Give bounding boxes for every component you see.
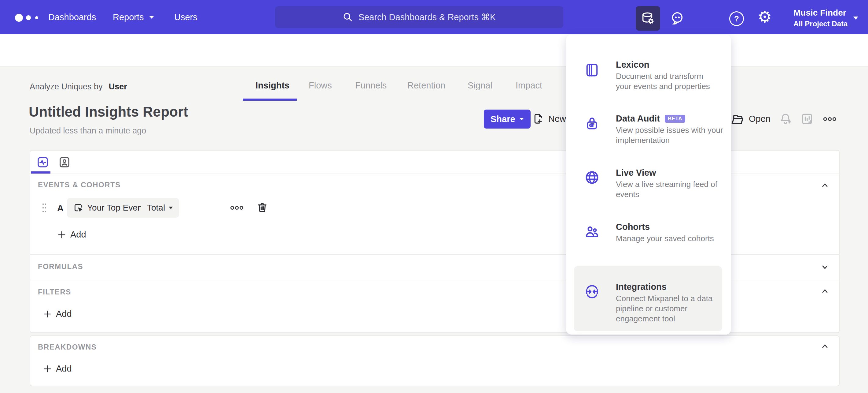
add-breakdown-label: Add bbox=[56, 364, 72, 374]
updated-status: Updated less than a minute ago bbox=[30, 126, 146, 136]
nav-item-users[interactable]: Users bbox=[174, 12, 197, 22]
open-button[interactable]: Open bbox=[749, 114, 771, 124]
tab-insights[interactable]: Insights bbox=[255, 80, 289, 91]
events-tab-icon[interactable] bbox=[37, 156, 49, 168]
new-report-icon[interactable] bbox=[532, 113, 545, 125]
people-icon bbox=[584, 224, 600, 240]
row-more-options-icon[interactable] bbox=[230, 204, 244, 212]
metric-dropdown[interactable]: Total bbox=[141, 198, 179, 218]
new-button[interactable]: New bbox=[548, 114, 566, 124]
menu-item-desc: View a live streaming feed of events bbox=[616, 179, 717, 200]
live-view-icon bbox=[581, 170, 603, 186]
add-breakdown-button[interactable]: Add bbox=[43, 364, 72, 374]
expand-formulas-chevron-down-icon[interactable] bbox=[820, 262, 829, 271]
lock-icon bbox=[584, 115, 600, 131]
filters-section-label: FILTERS bbox=[38, 288, 71, 296]
add-event-button[interactable]: Add bbox=[57, 229, 86, 240]
question-mark-icon: ? bbox=[729, 11, 744, 26]
help-button[interactable]: ? bbox=[729, 11, 744, 26]
desc-line: View possible issues with your bbox=[616, 125, 723, 135]
book-icon bbox=[584, 62, 600, 78]
sync-arrows-icon bbox=[584, 284, 600, 300]
search-input[interactable]: Search Dashboards & Reports ⌘K bbox=[275, 6, 563, 28]
apps-grid-button[interactable] bbox=[701, 11, 714, 25]
breadcrumb-prefix: Analyze Uniques by bbox=[30, 82, 103, 91]
top-nav: Dashboards Reports Users Search Dashboar… bbox=[0, 0, 868, 34]
collapse-events-chevron-up-icon[interactable] bbox=[820, 181, 829, 190]
delete-row-trash-icon[interactable] bbox=[256, 201, 268, 214]
globe-icon bbox=[584, 170, 600, 186]
menu-item-title: Lexicon bbox=[616, 60, 649, 70]
metric-value: Total bbox=[147, 203, 165, 213]
active-builder-tab-underline bbox=[31, 171, 51, 173]
drag-handle-icon[interactable] bbox=[42, 202, 47, 214]
add-to-board-icon[interactable] bbox=[801, 112, 814, 125]
more-options-icon[interactable] bbox=[823, 115, 837, 123]
event-name: Your Top Events bbox=[87, 203, 149, 213]
menu-item-desc: Connect Mixpanel to a data pipeline or c… bbox=[616, 293, 713, 324]
chevron-down-icon bbox=[149, 16, 154, 19]
menu-item-desc: Manage your saved cohorts bbox=[616, 233, 714, 244]
tab-impact[interactable]: Impact bbox=[516, 80, 542, 91]
beta-badge: BETA bbox=[665, 115, 685, 123]
desc-line: View a live streaming feed of bbox=[616, 179, 717, 190]
add-filter-button[interactable]: Add bbox=[43, 309, 72, 319]
menu-item-data-audit[interactable]: Data Audit BETA bbox=[616, 114, 685, 124]
breakdowns-card: BREAKDOWNS Add bbox=[30, 335, 840, 386]
mixpanel-logo[interactable] bbox=[15, 13, 45, 23]
menu-item-desc: View possible issues with your implement… bbox=[616, 125, 723, 145]
breadcrumb-value-user[interactable]: User bbox=[109, 82, 127, 91]
desc-line: Connect Mixpanel to a data bbox=[616, 293, 713, 304]
feedback-button[interactable] bbox=[670, 11, 684, 25]
cohorts-icon bbox=[581, 224, 603, 240]
nav-item-dashboards[interactable]: Dashboards bbox=[48, 12, 96, 22]
tab-retention[interactable]: Retention bbox=[407, 80, 445, 91]
collapse-filters-chevron-up-icon[interactable] bbox=[820, 287, 829, 296]
report-tabbar: Insights Flows Funnels Retention Signal … bbox=[0, 34, 868, 67]
lexicon-icon bbox=[581, 62, 603, 78]
gear-icon: ⚙ bbox=[758, 9, 772, 25]
plus-icon bbox=[43, 364, 52, 373]
desc-line: your events and properties bbox=[616, 81, 710, 91]
add-event-label: Add bbox=[70, 229, 86, 240]
folder-open-icon[interactable] bbox=[731, 113, 744, 126]
event-row-letter: A bbox=[57, 203, 64, 213]
share-label: Share bbox=[491, 114, 515, 124]
menu-item-live-view[interactable]: Live View bbox=[616, 168, 656, 178]
tab-funnels[interactable]: Funnels bbox=[355, 80, 386, 91]
page-title[interactable]: Untitled Insights Report bbox=[29, 104, 188, 120]
search-icon bbox=[343, 12, 353, 22]
collapse-breakdowns-chevron-up-icon[interactable] bbox=[820, 342, 829, 351]
menu-item-cohorts[interactable]: Cohorts bbox=[616, 222, 650, 232]
user-profiles-tab-icon[interactable] bbox=[58, 156, 71, 168]
project-switcher[interactable]: Music Finder All Project Data bbox=[794, 8, 847, 28]
settings-button[interactable]: ⚙ bbox=[758, 9, 772, 25]
project-name: Music Finder bbox=[794, 8, 847, 18]
menu-item-lexicon[interactable]: Lexicon bbox=[616, 60, 649, 70]
menu-item-title: Cohorts bbox=[616, 222, 650, 232]
formulas-section-label: FORMULAS bbox=[38, 262, 83, 271]
chevron-down-icon bbox=[169, 206, 173, 209]
breadcrumb: Analyze Uniques by User bbox=[30, 82, 127, 91]
desc-line: events bbox=[616, 190, 717, 200]
nav-item-reports[interactable]: Reports bbox=[113, 12, 144, 22]
database-gear-icon bbox=[641, 11, 655, 25]
data-management-button[interactable] bbox=[636, 6, 660, 31]
chat-bubble-icon bbox=[670, 11, 684, 25]
plus-icon bbox=[43, 309, 52, 319]
add-filter-label: Add bbox=[56, 309, 72, 319]
desc-line: Document and transform bbox=[616, 71, 710, 81]
desc-line: implementation bbox=[616, 135, 723, 145]
chevron-down-icon bbox=[520, 118, 524, 120]
bell-plus-icon[interactable] bbox=[779, 112, 793, 125]
integrations-icon bbox=[581, 284, 603, 300]
tab-signal[interactable]: Signal bbox=[468, 80, 492, 91]
events-section-label: EVENTS & COHORTS bbox=[38, 180, 121, 189]
menu-item-integrations[interactable]: Integrations bbox=[616, 282, 666, 292]
search-placeholder: Search Dashboards & Reports ⌘K bbox=[359, 12, 496, 22]
menu-item-title: Live View bbox=[616, 168, 656, 178]
share-button[interactable]: Share bbox=[484, 110, 531, 129]
data-audit-icon bbox=[581, 115, 603, 131]
menu-item-desc: Document and transform your events and p… bbox=[616, 71, 710, 91]
tab-flows[interactable]: Flows bbox=[309, 80, 332, 91]
